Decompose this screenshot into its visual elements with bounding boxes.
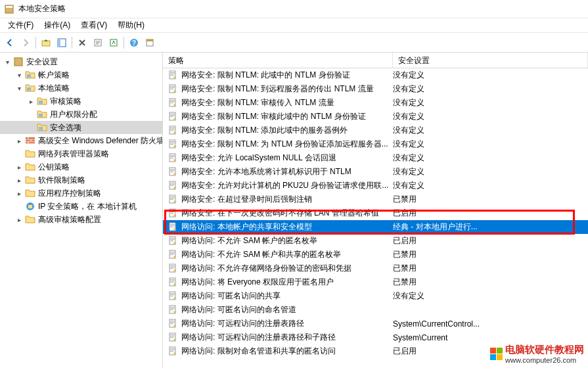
- list-body[interactable]: 网络安全: 限制 NTLM: 此域中的 NTLM 身份验证没有定义网络安全: 限…: [163, 68, 588, 368]
- policy-row[interactable]: 网络访问: 可匿名访问的命名管道: [163, 303, 588, 317]
- expand-icon[interactable]: ▸: [14, 175, 24, 185]
- policy-row[interactable]: 网络安全: 限制 NTLM: 为 NTLM 身份验证添加远程服务器...没有定义: [163, 137, 588, 151]
- expand-icon[interactable]: ▸: [14, 215, 24, 224]
- menu-help[interactable]: 帮助(H): [112, 18, 150, 32]
- navigation-tree[interactable]: ▾ 安全设置 ▾帐户策略▾本地策略▸审核策略用户权限分配安全选项▸高级安全 Wi…: [0, 53, 163, 368]
- svg-rect-95: [170, 323, 173, 324]
- policy-row[interactable]: 网络安全: 限制 NTLM: 审核此域中的 NTLM 身份验证没有定义: [163, 110, 588, 124]
- list-header: 策略 安全设置: [163, 53, 588, 68]
- tree-item[interactable]: 用户权限分配: [0, 108, 162, 121]
- tree-item[interactable]: ▸高级安全 Windows Defender 防火墙: [0, 134, 162, 147]
- tree-item-label: 帐户策略: [38, 70, 70, 81]
- policy-row[interactable]: 网络安全: 在下一次更改密码时不存储 LAN 管理器哈希值已启用: [163, 206, 588, 220]
- tree-item[interactable]: ▸高级审核策略配置: [0, 213, 162, 226]
- policy-setting: 没有定义: [393, 166, 588, 177]
- menu-action[interactable]: 操作(A): [39, 18, 76, 32]
- policy-name: 网络安全: 允许 LocalSystem NULL 会话回退: [181, 152, 393, 164]
- expand-icon[interactable]: ▸: [14, 136, 24, 145]
- policy-row[interactable]: 网络访问: 可匿名访问的共享没有定义: [163, 289, 588, 303]
- svg-rect-102: [170, 350, 175, 350]
- svg-rect-87: [170, 296, 173, 296]
- tree-item[interactable]: ▸软件限制策略: [0, 173, 162, 187]
- policy-row[interactable]: 网络访问: 可远程访问的注册表路径和子路径System\Current: [163, 331, 588, 344]
- svg-rect-39: [170, 130, 173, 131]
- svg-rect-46: [170, 156, 175, 157]
- svg-rect-85: [170, 293, 175, 294]
- policy-icon: [168, 346, 179, 357]
- policy-name: 网络访问: 本地帐户的共享和安全模型: [181, 221, 393, 233]
- tree-item[interactable]: ▸公钥策略: [0, 160, 162, 173]
- tree-item[interactable]: ▸应用程序控制策略: [0, 187, 162, 200]
- svg-rect-65: [170, 224, 175, 225]
- collapse-icon[interactable]: ▾: [14, 70, 24, 80]
- tree-item[interactable]: IP 安全策略，在 本地计算机: [0, 200, 162, 213]
- tree-item[interactable]: ▸审核策略: [0, 95, 162, 108]
- svg-rect-58: [170, 198, 175, 198]
- policy-row[interactable]: 网络访问: 不允许 SAM 帐户的匿名枚举已启用: [163, 234, 588, 248]
- tree-item-label: 网络列表管理器策略: [38, 149, 109, 160]
- policy-row[interactable]: 网络安全: 在超过登录时间后强制注销已禁用: [163, 193, 588, 206]
- collapse-icon[interactable]: ▾: [14, 83, 24, 93]
- svg-rect-63: [170, 213, 173, 214]
- column-setting[interactable]: 安全设置: [393, 53, 588, 68]
- expand-icon[interactable]: ▸: [14, 189, 24, 198]
- tree-item[interactable]: ▾本地策略: [0, 81, 162, 95]
- policy-row[interactable]: 网络访问: 将 Everyone 权限应用于匿名用户已禁用: [163, 275, 588, 289]
- policy-row[interactable]: 网络安全: 限制 NTLM: 此域中的 NTLM 身份验证没有定义: [163, 68, 588, 82]
- menu-view[interactable]: 查看(V): [76, 18, 112, 32]
- svg-rect-81: [170, 279, 175, 280]
- tree-item[interactable]: 安全选项: [0, 121, 162, 134]
- tree-item[interactable]: ▾帐户策略: [0, 68, 162, 81]
- forward-button[interactable]: [18, 35, 33, 50]
- policy-row[interactable]: 网络访问: 本地帐户的共享和安全模型经典 - 对本地用户进行...: [163, 220, 588, 234]
- expand-icon[interactable]: ▸: [26, 97, 35, 106]
- policy-row[interactable]: 网络安全: 允许 LocalSystem NULL 会话回退没有定义: [163, 151, 588, 165]
- tree-root[interactable]: ▾ 安全设置: [0, 55, 162, 68]
- main-body: ▾ 安全设置 ▾帐户策略▾本地策略▸审核策略用户权限分配安全选项▸高级安全 Wi…: [0, 53, 588, 368]
- policy-icon: [168, 236, 179, 246]
- svg-rect-53: [170, 183, 175, 183]
- policy-row[interactable]: 网络安全: 限制 NTLM: 到远程服务器的传出 NTLM 流量没有定义: [163, 82, 588, 96]
- svg-rect-10: [147, 39, 153, 41]
- svg-rect-93: [170, 321, 175, 321]
- tree-item-label: 软件限制策略: [38, 175, 85, 186]
- policy-icon: [168, 126, 179, 136]
- svg-rect-70: [170, 239, 175, 240]
- tree-item[interactable]: 网络列表管理器策略: [0, 147, 162, 160]
- refresh-button[interactable]: [143, 35, 157, 50]
- svg-rect-14: [39, 101, 43, 104]
- svg-rect-11: [14, 58, 22, 66]
- collapse-icon[interactable]: ▾: [3, 57, 12, 66]
- up-button[interactable]: [39, 35, 53, 50]
- policy-icon: [168, 195, 179, 205]
- policy-row[interactable]: 网络安全: 允许对此计算机的 PKU2U 身份验证请求使用联...没有定义: [163, 179, 588, 193]
- policy-row[interactable]: 网络访问: 不允许存储网络身份验证的密码和凭据已禁用: [163, 262, 588, 275]
- export-button[interactable]: [91, 35, 105, 50]
- properties-button[interactable]: [106, 35, 121, 50]
- column-policy[interactable]: 策略: [163, 53, 393, 68]
- help-button[interactable]: ?: [127, 35, 141, 50]
- folder-icon: [25, 83, 35, 93]
- policy-name: 网络访问: 可远程访问的注册表路径: [181, 318, 393, 329]
- svg-rect-82: [170, 281, 175, 281]
- policy-setting: 没有定义: [393, 152, 588, 164]
- policy-name: 网络安全: 限制 NTLM: 审核传入 NTLM 流量: [181, 97, 393, 108]
- policy-row[interactable]: 网络安全: 允许本地系统将计算机标识用于 NTLM没有定义: [163, 165, 588, 179]
- show-hide-tree-button[interactable]: [55, 35, 69, 50]
- menu-file[interactable]: 文件(F): [3, 18, 39, 32]
- back-button[interactable]: [3, 35, 17, 50]
- policy-row[interactable]: 网络安全: 限制 NTLM: 审核传入 NTLM 流量没有定义: [163, 96, 588, 110]
- policy-row[interactable]: 网络安全: 限制 NTLM: 添加此域中的服务器例外没有定义: [163, 124, 588, 137]
- policy-name: 网络访问: 可匿名访问的共享: [181, 290, 393, 302]
- policy-icon: [168, 264, 179, 274]
- svg-rect-45: [170, 155, 175, 156]
- toolbar: ?: [0, 33, 588, 53]
- svg-rect-2: [42, 41, 50, 46]
- delete-button[interactable]: [75, 35, 89, 50]
- expand-icon[interactable]: ▸: [14, 162, 24, 172]
- policy-row[interactable]: 网络访问: 可远程访问的注册表路径System\CurrentControl..…: [163, 317, 588, 331]
- policy-name: 网络安全: 限制 NTLM: 添加此域中的服务器例外: [181, 125, 393, 136]
- svg-rect-90: [170, 308, 175, 309]
- policy-row[interactable]: 网络访问: 不允许 SAM 帐户和共享的匿名枚举已禁用: [163, 248, 588, 262]
- svg-rect-71: [170, 241, 173, 241]
